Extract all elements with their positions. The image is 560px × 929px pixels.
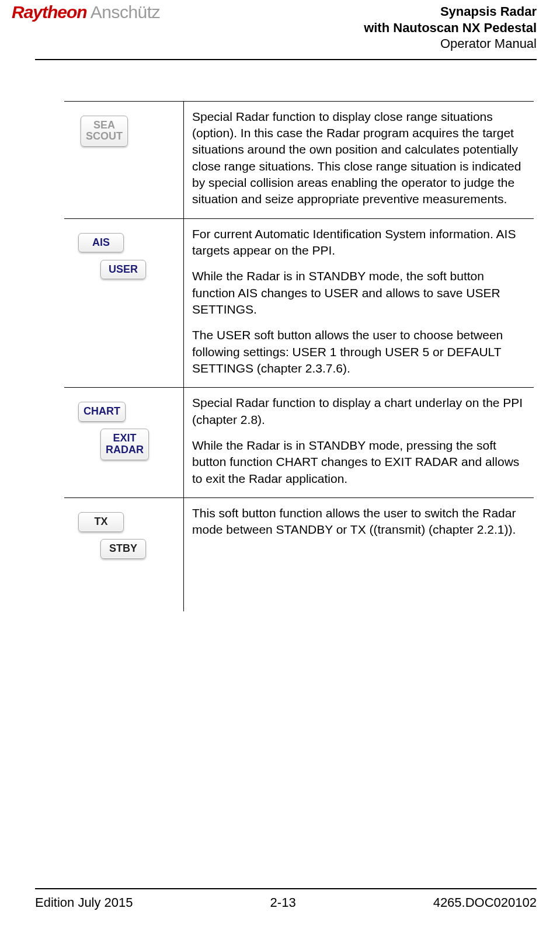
chart-button: CHART: [78, 402, 126, 422]
description-text: While the Radar is in STANDBY mode, the …: [192, 268, 530, 318]
content-area: SEA SCOUT Special Radar function to disp…: [0, 60, 560, 612]
user-button: USER: [100, 260, 146, 280]
exit-radar-button: EXIT RADAR: [100, 429, 149, 460]
description-cell: Special Radar function to display a char…: [184, 388, 534, 498]
button-cell: AIS USER: [64, 218, 184, 388]
description-cell: Special Radar function to display close …: [184, 101, 534, 218]
button-cell: CHART EXIT RADAR: [64, 388, 184, 498]
button-cell: SEA SCOUT: [64, 101, 184, 218]
ais-button: AIS: [78, 233, 124, 253]
description-text: Special Radar function to display close …: [192, 109, 530, 208]
footer-rule: [35, 888, 537, 889]
page: Raytheon Anschütz Synapsis Radar with Na…: [0, 2, 560, 929]
button-cell: TX STBY: [64, 498, 184, 612]
description-text: For current Automatic Identification Sys…: [192, 226, 530, 259]
description-text: While the Radar is in STANDBY mode, pres…: [192, 437, 530, 487]
footer-doc-id: 4265.DOC020102: [433, 895, 537, 910]
description-cell: For current Automatic Identification Sys…: [184, 218, 534, 388]
description-cell: This soft button function allows the use…: [184, 498, 534, 612]
title-line-1: Synapsis Radar: [364, 4, 537, 20]
table-row: TX STBY This soft button function allows…: [64, 498, 534, 612]
tx-button: TX: [78, 512, 124, 532]
title-line-3: Operator Manual: [364, 36, 537, 52]
document-title: Synapsis Radar with Nautoscan NX Pedesta…: [364, 4, 537, 52]
table-row: AIS USER For current Automatic Identific…: [64, 218, 534, 388]
sea-scout-button: SEA SCOUT: [81, 116, 128, 147]
footer-page-number: 2-13: [270, 895, 296, 910]
table-row: CHART EXIT RADAR Special Radar function …: [64, 388, 534, 498]
brand-logo: Raytheon Anschütz: [12, 2, 160, 22]
stby-button: STBY: [100, 539, 146, 559]
description-text: Special Radar function to display a char…: [192, 395, 530, 428]
footer-edition: Edition July 2015: [35, 895, 133, 910]
page-header: Raytheon Anschütz Synapsis Radar with Na…: [0, 2, 560, 52]
function-table: SEA SCOUT Special Radar function to disp…: [64, 101, 534, 612]
description-text: This soft button function allows the use…: [192, 505, 530, 538]
page-footer: Edition July 2015 2-13 4265.DOC020102: [35, 888, 537, 910]
brand-anschutz: Anschütz: [91, 2, 160, 22]
brand-raytheon: Raytheon: [12, 2, 87, 22]
title-line-2: with Nautoscan NX Pedestal: [364, 20, 537, 36]
description-text: The USER soft button allows the user to …: [192, 327, 530, 377]
table-row: SEA SCOUT Special Radar function to disp…: [64, 101, 534, 218]
